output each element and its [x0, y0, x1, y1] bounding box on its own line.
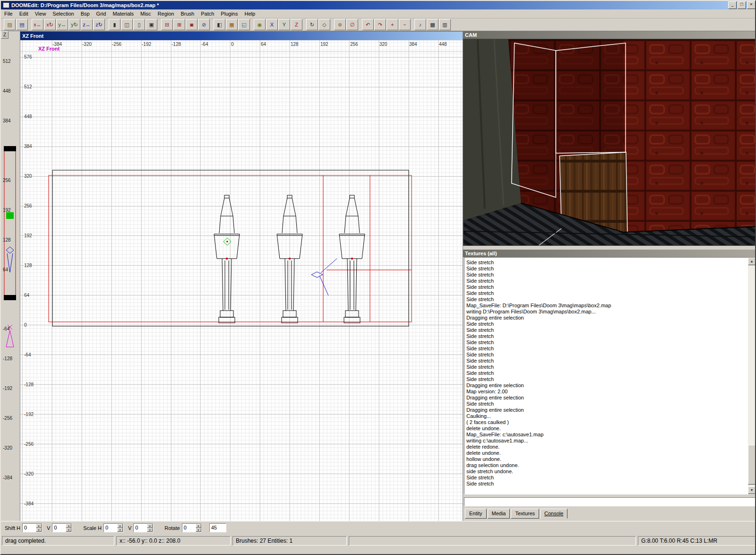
scale-h-value[interactable]: 0 [104, 524, 117, 532]
toolbar-button-texture-window[interactable]: ▩ [427, 19, 438, 30]
spin-up-icon[interactable]: ▲ [36, 524, 42, 528]
scroll-down-icon[interactable]: ▼ [748, 486, 756, 494]
xz-view-title-bar[interactable]: XZ Front [20, 32, 463, 40]
spin-up-icon[interactable]: ▲ [196, 524, 201, 528]
console-scrollbar[interactable]: ▲ ▼ [748, 258, 756, 494]
z-ruler[interactable]: Z 51244838425619212864-64-128-192-256-32… [1, 31, 20, 521]
spin-down-icon[interactable]: ▼ [66, 528, 71, 532]
shift-h-stepper[interactable]: 0 ▲▼ [22, 523, 42, 532]
toolbar-button-camera-preview[interactable]: ◉ [254, 19, 266, 30]
camera-viewport[interactable] [463, 39, 756, 246]
menu-item[interactable]: Grid [93, 10, 110, 17]
lamp-entity-1[interactable] [214, 195, 240, 323]
menu-item[interactable]: Help [241, 10, 258, 17]
menu-item[interactable]: Edit [16, 10, 32, 17]
toolbar-button-texture-view-mode[interactable]: ▦ [226, 19, 238, 30]
toolbar-button-z-axis-lock[interactable]: Z [291, 19, 302, 30]
menu-item[interactable]: Misc [137, 10, 155, 17]
spin-down-icon[interactable]: ▼ [117, 528, 123, 532]
spin-down-icon[interactable]: ▼ [147, 528, 153, 532]
console-input[interactable] [464, 497, 756, 506]
menu-item[interactable]: Region [155, 10, 178, 17]
menu-item[interactable]: Selection [49, 10, 77, 17]
title-bar[interactable]: DOOMEdit: D:/Program Files/Doom 3/mag/ma… [1, 1, 756, 9]
camera-icon[interactable] [311, 259, 337, 295]
toolbar-button-clipper[interactable]: ⊘ [198, 19, 210, 30]
toolbar-button-flip-x[interactable]: x↔ [32, 19, 43, 30]
toolbar-button-free-rotation[interactable]: ↻ [306, 19, 318, 30]
toolbar-button-add-point[interactable]: ↷ [374, 19, 386, 30]
lamp-entity-3[interactable] [339, 195, 365, 323]
lamp-entity-2[interactable] [277, 195, 302, 323]
console-line: Dragging entire selection [466, 407, 755, 413]
toolbar-button-select-touching[interactable]: ◫ [121, 19, 133, 30]
inspector-title-bar[interactable]: Textures (all) [463, 250, 756, 257]
minimize-button[interactable]: _ [728, 1, 737, 9]
toolbar-button-delete-point[interactable]: − [399, 19, 411, 30]
grid-z-label: 384 [24, 144, 32, 149]
scroll-thumb[interactable] [748, 445, 756, 485]
toolbar-button-select-inside[interactable]: ▣ [146, 19, 157, 30]
grid-canvas[interactable]: -384-320-256-192-128-6406412819225632038… [20, 40, 463, 521]
rotate-stepper[interactable]: 0 ▲▼ [182, 523, 202, 532]
selected-brush-outline[interactable] [49, 175, 412, 322]
toolbar-button-flip-z[interactable]: z↔ [81, 19, 93, 30]
tab-console[interactable]: Console [540, 509, 567, 519]
toolbar-button-dont-select-curves[interactable]: ∅ [346, 19, 358, 30]
rotate-step-field[interactable]: 45 [209, 523, 226, 532]
scale-h-stepper[interactable]: 0 ▲▼ [103, 523, 123, 532]
toolbar-button-dont-select-models[interactable]: ⊗ [334, 19, 346, 30]
shift-v-stepper[interactable]: 0 ▲▼ [52, 523, 72, 532]
toolbar-button-csg-subtract[interactable]: ⊟ [161, 19, 173, 30]
toolbar-button-rotate-x[interactable]: x↻ [44, 19, 56, 30]
tab-entity[interactable]: Entity [465, 509, 487, 519]
toolbar-button-icon: ◧ [217, 22, 222, 27]
toolbar-button-change-views[interactable]: ◧ [214, 19, 225, 30]
close-button[interactable]: × [747, 1, 756, 9]
spin-down-icon[interactable]: ▼ [196, 528, 201, 532]
menu-item[interactable]: Brush [177, 10, 198, 17]
toolbar-button-csg-merge[interactable]: ⊞ [173, 19, 185, 30]
cam-title-bar[interactable]: CAM [463, 31, 756, 39]
scale-v-value[interactable]: 0 [134, 524, 147, 532]
toolbar-button-rotate-z[interactable]: z↻ [93, 19, 105, 30]
menu-item[interactable]: Plugins [217, 10, 241, 17]
toolbar-button-flip-y[interactable]: y↔ [56, 19, 68, 30]
toolbar-button-open[interactable]: ▨ [4, 19, 16, 30]
toolbar-button-select-complete-tall[interactable]: ▮ [109, 19, 120, 30]
toolbar-button-save[interactable]: ▤ [16, 19, 28, 30]
z-ruler-canvas[interactable]: 51244838425619212864-64-128-192-256-320-… [1, 40, 20, 521]
menu-item[interactable]: Materials [109, 10, 137, 17]
scale-v-stepper[interactable]: 0 ▲▼ [133, 523, 153, 532]
entity-origin-marker[interactable] [223, 238, 231, 245]
spin-up-icon[interactable]: ▲ [117, 524, 123, 528]
shift-h-value[interactable]: 0 [23, 524, 36, 532]
shift-v-value[interactable]: 0 [52, 524, 66, 532]
menu-item[interactable]: View [32, 10, 50, 17]
toolbar-button-cubic-clip[interactable]: ◱ [238, 19, 250, 30]
z-camera-height-marker[interactable] [6, 212, 14, 219]
toolbar-button-x-axis-lock[interactable]: X [266, 19, 278, 30]
toolbar-button-surface-inspector[interactable]: ▥ [439, 19, 451, 30]
toolbar-button-hollow[interactable]: ◙ [186, 19, 198, 30]
toolbar-button-y-axis-lock[interactable]: Y [278, 19, 290, 30]
menu-item[interactable]: Patch [198, 10, 217, 17]
menu-item[interactable]: File [1, 10, 16, 17]
spin-down-icon[interactable]: ▼ [36, 528, 42, 532]
toolbar-button-rotate-y[interactable]: y↻ [69, 19, 80, 30]
spin-up-icon[interactable]: ▲ [147, 524, 153, 528]
toolbar-button-free-scaling[interactable]: ◇ [318, 19, 330, 30]
spin-up-icon[interactable]: ▲ [66, 524, 71, 528]
toolbar-button-edit-point[interactable]: ↶ [362, 19, 374, 30]
console-output[interactable]: Side stretchSide stretchSide stretchSide… [464, 257, 756, 494]
tab-textures[interactable]: Textures [511, 509, 539, 519]
toolbar-button-insert-point[interactable]: + [387, 19, 398, 30]
menu-item[interactable]: Bsp [77, 10, 93, 17]
toolbar-button-select-partial-tall[interactable]: ▯ [133, 19, 145, 30]
tab-media[interactable]: Media [488, 509, 510, 519]
scroll-up-icon[interactable]: ▲ [748, 258, 756, 265]
maximize-button[interactable]: □ [738, 1, 746, 9]
toolbar-button-sound-show[interactable]: ♪ [414, 19, 426, 30]
rotate-value[interactable]: 0 [182, 524, 196, 532]
z-selection-range[interactable] [4, 149, 16, 298]
